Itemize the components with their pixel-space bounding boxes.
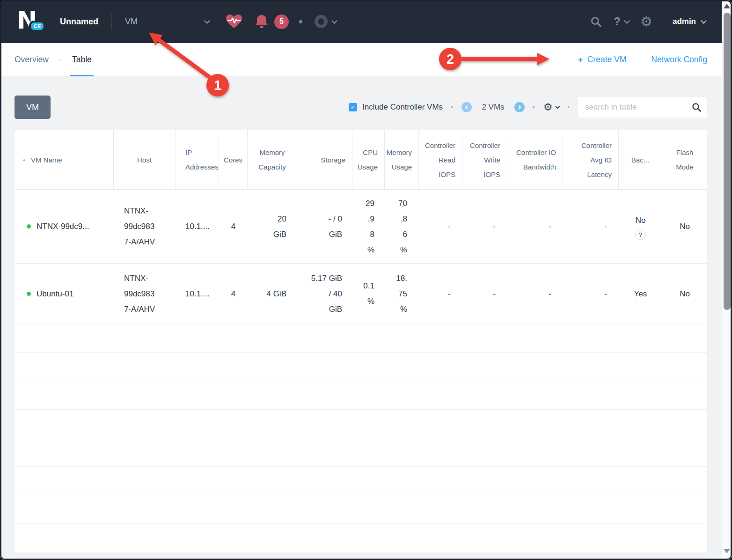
pagination-prev-button[interactable] xyxy=(461,102,472,112)
cpu-usage-cell: 29 .9 8 % xyxy=(352,190,385,263)
host-cell: NTNX- 99dc983 7-A/AHV xyxy=(114,190,176,263)
entity-chip-vm[interactable]: VM xyxy=(15,96,51,119)
entity-menu-dropdown[interactable]: VM xyxy=(125,17,209,27)
gear-icon[interactable]: ⚙ xyxy=(640,15,652,29)
scroll-up-arrow-icon[interactable] xyxy=(724,4,730,8)
table-row-empty xyxy=(15,324,707,353)
cores-cell: 4 xyxy=(219,190,248,263)
task-progress-ring-icon[interactable] xyxy=(315,15,328,28)
column-header-controller-avg-io-latency[interactable]: Controller Avg IO Latency xyxy=(563,130,619,189)
separator-dot-icon xyxy=(299,20,302,23)
user-menu-label[interactable]: admin xyxy=(673,17,696,26)
search-input[interactable] xyxy=(578,97,707,118)
divider xyxy=(111,14,112,29)
power-status-icon xyxy=(27,292,31,296)
chevron-left-icon xyxy=(465,105,469,109)
separator-dot: · xyxy=(533,102,535,112)
column-header-cores[interactable]: Cores xyxy=(219,130,248,189)
controller-io-bandwidth-cell: - xyxy=(507,264,563,324)
table-row[interactable]: Ubuntu-01 NTNX- 99dc983 7-A/AHV 10.1....… xyxy=(15,264,707,324)
help-tooltip-icon[interactable]: ? xyxy=(635,229,646,240)
column-header-vm-name[interactable]: ▲ VM Name xyxy=(15,130,114,189)
alert-count: 5 xyxy=(279,17,284,26)
table-row-empty xyxy=(15,438,707,467)
table-row-empty xyxy=(15,524,707,553)
column-header-controller-io-bandwidth[interactable]: Controller IO Bandwidth xyxy=(507,130,563,189)
alerts-bell-icon[interactable] xyxy=(255,14,269,29)
top-navbar: N CE Unnamed VM 5 xyxy=(0,0,732,43)
separator-dot: · xyxy=(451,102,454,112)
controller-write-iops-cell: - xyxy=(462,190,507,263)
ip-cell: 10.1.... xyxy=(176,190,219,263)
table-row[interactable]: NTNX-99dc9... NTNX- 99dc983 7-A/AHV 10.1… xyxy=(15,190,707,264)
memory-capacity-cell: 20 GiB xyxy=(248,190,297,263)
entity-menu-label: VM xyxy=(125,17,138,27)
flash-mode-cell: No xyxy=(662,190,707,263)
table-settings-dropdown[interactable]: ⚙ xyxy=(543,102,559,112)
memory-usage-cell: 18. 75 % xyxy=(385,264,419,324)
storage-cell: - / 0 GiB xyxy=(297,190,352,263)
divider xyxy=(214,14,214,29)
community-edition-badge: CE xyxy=(29,21,45,32)
vertical-scrollbar[interactable] xyxy=(722,0,732,560)
gear-icon: ⚙ xyxy=(543,102,553,112)
column-header-ip-addresses[interactable]: IP Addresses xyxy=(176,130,219,189)
nutanix-logo[interactable]: N CE xyxy=(17,8,46,35)
chevron-down-icon[interactable] xyxy=(624,18,630,24)
cpu-usage-cell: 0.1 % xyxy=(352,264,385,324)
alert-count-badge[interactable]: 5 xyxy=(274,15,289,29)
vm-name-cell[interactable]: Ubuntu-01 xyxy=(15,264,114,324)
toolbar-controls: ✓ Include Controller VMs · 2 VMs · ⚙ · xyxy=(349,97,707,118)
table-row-empty xyxy=(15,495,707,524)
table-row-empty xyxy=(15,353,707,381)
ip-cell: 10.1.... xyxy=(176,264,219,324)
column-header-controller-write-iops[interactable]: Controller Write IOPS xyxy=(462,130,507,189)
sort-ascending-icon: ▲ xyxy=(22,153,26,167)
include-controller-vms-checkbox[interactable]: ✓ xyxy=(349,103,357,111)
column-header-host[interactable]: Host xyxy=(114,130,176,189)
cluster-name: Unnamed xyxy=(60,17,98,27)
tab-overview[interactable]: Overview xyxy=(15,43,49,76)
status-icons: 5 xyxy=(226,14,337,29)
column-header-storage[interactable]: Storage xyxy=(297,130,352,189)
topbar-right-controls: ? ⚙ admin xyxy=(591,12,706,31)
search-icon[interactable] xyxy=(692,103,701,112)
flash-mode-cell: No xyxy=(662,264,707,324)
column-header-memory-usage[interactable]: Memory Usage xyxy=(385,130,419,189)
table-row-empty xyxy=(15,410,707,438)
scrollbar-thumb[interactable] xyxy=(724,13,731,310)
secondary-navbar: Overview · Table + Create VM Network Con… xyxy=(0,43,732,76)
chevron-down-icon xyxy=(555,104,560,109)
column-header-flash-mode[interactable]: Flash Mode xyxy=(662,130,707,189)
vm-name-cell[interactable]: NTNX-99dc9... xyxy=(15,190,114,263)
controller-write-iops-cell: - xyxy=(462,264,507,324)
app-window: N CE Unnamed VM 5 xyxy=(0,0,732,560)
chevron-down-icon[interactable] xyxy=(331,18,337,24)
tab-table[interactable]: Table xyxy=(72,43,92,76)
column-header-backup[interactable]: Bac... xyxy=(619,130,662,189)
search-icon[interactable] xyxy=(591,16,601,27)
backup-cell: Yes xyxy=(619,264,662,324)
memory-usage-cell: 70 .8 6 % xyxy=(385,190,419,263)
table-row-empty xyxy=(15,467,707,495)
network-config-button[interactable]: Network Config xyxy=(651,55,707,65)
scroll-down-arrow-icon[interactable] xyxy=(724,549,730,553)
controller-avg-io-latency-cell: - xyxy=(563,190,619,263)
help-icon[interactable]: ? xyxy=(614,15,621,28)
page-content: VM ✓ Include Controller VMs · 2 VMs · ⚙ … xyxy=(0,76,732,560)
controller-read-iops-cell: - xyxy=(419,264,462,324)
vm-table-card: ▲ VM Name Host IP Addresses Cores Memory… xyxy=(15,130,707,553)
column-header-memory-capacity[interactable]: Memory Capacity xyxy=(248,130,297,189)
power-status-icon xyxy=(27,224,31,228)
memory-capacity-cell: 4 GiB xyxy=(248,264,297,324)
table-header-row: ▲ VM Name Host IP Addresses Cores Memory… xyxy=(15,130,707,190)
create-vm-button[interactable]: + Create VM xyxy=(578,55,627,65)
plus-icon: + xyxy=(578,55,583,65)
health-heart-icon[interactable] xyxy=(226,14,242,29)
separator-dot: · xyxy=(567,102,570,112)
controller-io-bandwidth-cell: - xyxy=(507,190,563,263)
chevron-down-icon[interactable] xyxy=(701,18,707,24)
pagination-next-button[interactable] xyxy=(514,102,525,112)
column-header-controller-read-iops[interactable]: Controller Read IOPS xyxy=(419,130,462,189)
column-header-cpu-usage[interactable]: CPU Usage xyxy=(352,130,385,189)
